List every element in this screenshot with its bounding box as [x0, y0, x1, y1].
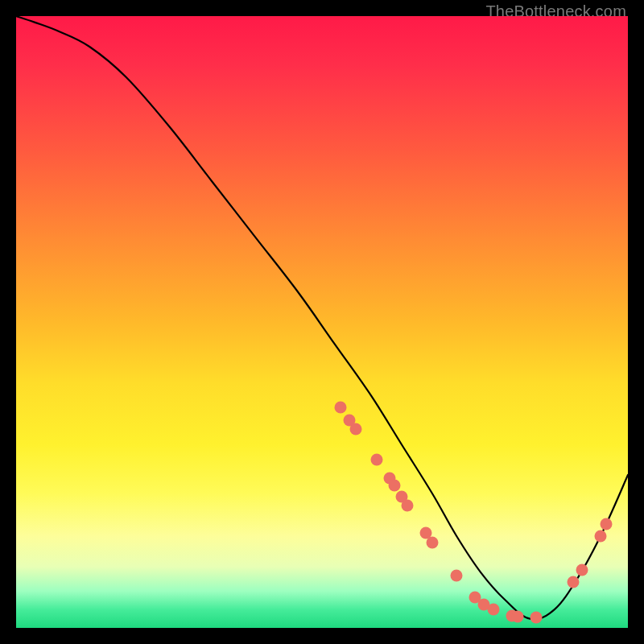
- points-layer: [16, 16, 628, 628]
- chart-stage: TheBottleneck.com: [0, 0, 644, 644]
- data-point: [576, 564, 588, 576]
- data-point: [530, 612, 543, 624]
- data-point: [334, 402, 346, 414]
- data-point: [567, 576, 579, 588]
- data-point: [388, 479, 400, 491]
- data-point: [402, 500, 414, 512]
- data-point: [512, 611, 524, 623]
- plot-area: [16, 16, 628, 628]
- data-point: [451, 570, 463, 582]
- data-point: [426, 536, 438, 548]
- data-point: [594, 530, 606, 543]
- data-point: [487, 604, 499, 616]
- data-point: [371, 454, 383, 466]
- data-point: [601, 518, 613, 530]
- data-point: [349, 423, 361, 436]
